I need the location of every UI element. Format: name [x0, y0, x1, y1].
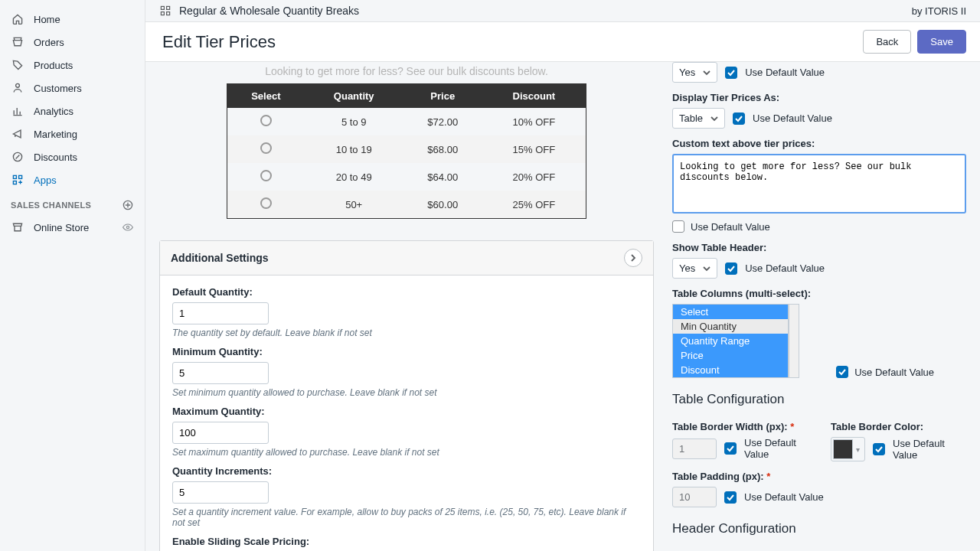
radio[interactable] — [260, 115, 272, 126]
chevron-down-icon — [710, 115, 718, 122]
sidebar-item-analytics[interactable]: Analytics — [0, 99, 145, 122]
padding-label: Table Padding (px): * — [672, 471, 966, 482]
multiselect-option[interactable]: Discount — [673, 363, 788, 377]
sidebar-item-label: Apps — [34, 174, 57, 186]
sidebar: Home Orders Products Customers Analytics… — [0, 0, 145, 551]
default-qty-hint: The quantity set by default. Leave blank… — [172, 328, 641, 338]
sidebar-item-products[interactable]: Products — [0, 54, 145, 77]
use-default-label: Use Default Value — [744, 437, 808, 460]
scrollbar[interactable] — [789, 304, 799, 378]
subbar: Edit Tier Prices Back Save — [145, 22, 980, 62]
preview-table: Select Quantity Price Discount 5 to 9$72… — [227, 83, 586, 219]
home-icon — [11, 12, 24, 26]
eye-icon[interactable] — [122, 221, 134, 233]
right-panel: Yes Use Default Value Display Tier Price… — [668, 62, 980, 551]
multiselect-option[interactable]: Quantity Range — [673, 334, 788, 348]
checkbox[interactable] — [873, 443, 885, 455]
min-qty-input[interactable] — [172, 362, 269, 384]
checkbox[interactable] — [733, 112, 745, 125]
columns-label: Table Columns (multi-select): — [672, 288, 966, 299]
max-qty-hint: Set maximum quantity allowed to purchase… — [172, 447, 641, 458]
back-button[interactable]: Back — [863, 30, 911, 54]
color-swatch — [833, 439, 853, 459]
columns-multiselect[interactable]: SelectMin QuantityQuantity RangePriceDis… — [672, 304, 789, 378]
sidebar-item-home[interactable]: Home — [0, 8, 145, 31]
svg-rect-2 — [13, 175, 16, 178]
checkbox[interactable] — [724, 442, 737, 455]
use-default-label: Use Default Value — [745, 262, 825, 274]
checkbox[interactable] — [836, 366, 848, 378]
additional-settings-card: Additional Settings Default Quantity:The… — [159, 240, 654, 551]
default-qty-input[interactable] — [172, 302, 269, 324]
padding-input[interactable] — [672, 487, 717, 507]
header-config-title: Header Configuration — [672, 521, 966, 536]
sidebar-item-apps[interactable]: Apps — [0, 168, 145, 191]
sidebar-item-label: Analytics — [34, 106, 74, 117]
orders-icon — [11, 35, 24, 49]
custom-text-input[interactable]: Looking to get more for less? See our bu… — [672, 154, 966, 214]
display-as-select[interactable]: Table — [672, 108, 725, 129]
expand-button[interactable] — [624, 249, 642, 267]
discounts-icon — [11, 150, 24, 164]
products-icon — [11, 58, 24, 72]
save-button[interactable]: Save — [917, 30, 966, 54]
min-qty-label: Minimum Quantity: — [172, 346, 641, 357]
checkbox[interactable] — [672, 220, 684, 233]
use-default-label: Use Default Value — [744, 491, 824, 503]
top-yes-select[interactable]: Yes — [672, 62, 717, 83]
table-row: 5 to 9$72.0010% OFF — [227, 108, 586, 135]
topbar: Regular & Wholesale Quantity Breaks by I… — [145, 0, 980, 22]
card-title: Additional Settings — [171, 252, 269, 264]
display-as-label: Display Tier Prices As: — [672, 92, 966, 103]
add-channel-icon[interactable] — [122, 199, 134, 211]
svg-rect-7 — [161, 6, 164, 9]
border-width-input[interactable] — [672, 439, 717, 459]
cell-qty: 5 to 9 — [305, 108, 403, 135]
show-header-select[interactable]: Yes — [672, 258, 717, 279]
use-default-label: Use Default Value — [854, 367, 934, 378]
border-width-label: Table Border Width (px): * — [672, 421, 808, 432]
multiselect-option[interactable]: Select — [673, 305, 788, 319]
checkbox[interactable] — [725, 262, 737, 275]
svg-rect-9 — [161, 12, 164, 15]
page-title: Edit Tier Prices — [162, 32, 276, 52]
sidebar-item-online-store[interactable]: Online Store — [0, 216, 145, 239]
radio[interactable] — [260, 197, 272, 209]
border-color-picker[interactable]: ▾ — [831, 437, 865, 461]
sidebar-item-marketing[interactable]: Marketing — [0, 122, 145, 145]
max-qty-input[interactable] — [172, 422, 269, 444]
th-price: Price — [403, 84, 482, 109]
analytics-icon — [11, 104, 24, 118]
table-row: 20 to 49$64.0020% OFF — [227, 163, 586, 191]
radio[interactable] — [260, 142, 272, 154]
radio[interactable] — [260, 170, 272, 181]
sidebar-item-orders[interactable]: Orders — [0, 31, 145, 54]
custom-text-label: Custom text above tier prices: — [672, 138, 966, 149]
checkbox[interactable] — [724, 491, 737, 504]
chevron-down-icon: ▾ — [853, 445, 863, 454]
multiselect-option[interactable]: Price — [673, 348, 788, 363]
cell-price: $64.00 — [403, 163, 482, 191]
chevron-down-icon — [703, 69, 710, 77]
svg-rect-8 — [167, 6, 170, 9]
cell-disc: 20% OFF — [482, 163, 586, 191]
preview-hint: Looking to get more for less? See our bu… — [159, 62, 654, 83]
svg-point-0 — [16, 83, 20, 87]
sidebar-item-label: Orders — [34, 37, 64, 48]
left-panel: Looking to get more for less? See our bu… — [145, 62, 668, 551]
cell-qty: 20 to 49 — [305, 163, 403, 191]
multiselect-option[interactable]: Min Quantity — [673, 319, 788, 334]
cell-qty: 50+ — [305, 191, 403, 219]
sidebar-item-label: Home — [34, 14, 60, 25]
cell-price: $68.00 — [403, 135, 482, 163]
app-icon — [159, 5, 172, 17]
checkbox[interactable] — [725, 67, 737, 79]
app-title: Regular & Wholesale Quantity Breaks — [179, 5, 359, 17]
default-qty-label: Default Quantity: — [172, 286, 641, 298]
sidebar-item-customers[interactable]: Customers — [0, 77, 145, 99]
sidebar-item-discounts[interactable]: Discounts — [0, 145, 145, 168]
apps-icon — [11, 173, 24, 187]
incr-input[interactable] — [172, 481, 269, 504]
cell-disc: 15% OFF — [482, 135, 586, 163]
svg-point-6 — [126, 226, 129, 228]
